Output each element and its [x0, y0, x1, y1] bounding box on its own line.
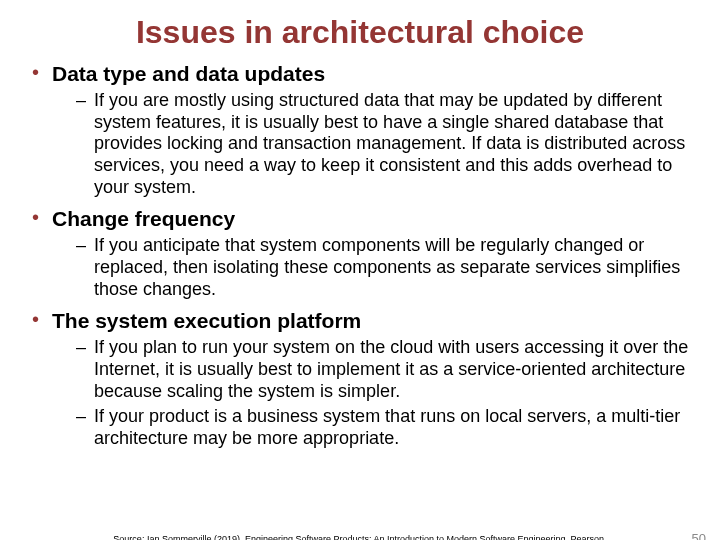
bullet-list: Data type and data updates If you are mo…: [26, 61, 694, 449]
sub-item: If you anticipate that system components…: [76, 235, 694, 300]
page-number: 50: [692, 531, 706, 540]
sub-list: If you anticipate that system components…: [52, 235, 694, 300]
bullet-item: The system execution platform If you pla…: [26, 308, 694, 449]
source-citation: Source: Ian Sommerville (2019), Engineer…: [0, 534, 720, 540]
bullet-heading: Change frequency: [52, 206, 694, 231]
sub-list: If you plan to run your system on the cl…: [52, 337, 694, 449]
sub-item: If you are mostly using structured data …: [76, 90, 694, 198]
slide-title: Issues in architectural choice: [0, 14, 720, 51]
sub-item: If your product is a business system tha…: [76, 406, 694, 449]
bullet-item: Data type and data updates If you are mo…: [26, 61, 694, 198]
bullet-item: Change frequency If you anticipate that …: [26, 206, 694, 300]
slide: Issues in architectural choice Data type…: [0, 14, 720, 540]
sub-list: If you are mostly using structured data …: [52, 90, 694, 198]
bullet-heading: The system execution platform: [52, 308, 694, 333]
sub-item: If you plan to run your system on the cl…: [76, 337, 694, 402]
bullet-heading: Data type and data updates: [52, 61, 694, 86]
